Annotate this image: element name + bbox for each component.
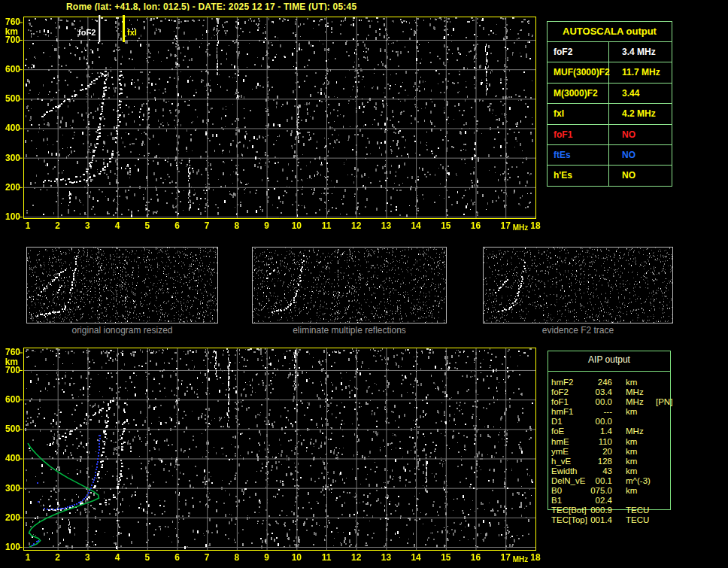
thumbnail-evidence-f2-trace	[483, 247, 673, 323]
table-row: TEC[Bot]000.9TECU	[551, 506, 672, 515]
param-label: DelN_vE	[551, 476, 587, 486]
thumbnail-caption: eliminate multiple reflections	[252, 325, 447, 336]
param-label: D1	[551, 417, 587, 427]
param-value: 00.0	[587, 397, 612, 407]
bottom-ionogram-canvas	[0, 340, 544, 568]
aip-table-header: AIP output	[548, 354, 671, 365]
param-label: foF1	[551, 397, 587, 407]
param-value: 03.4	[587, 387, 612, 397]
param-label: Ewidth	[551, 466, 587, 476]
autoscala-output-screen: Rome (lat: +41.8, lon: 012.5) - DATE: 20…	[0, 0, 728, 568]
param-value: 00.1	[587, 476, 612, 486]
param-value: 110	[587, 437, 612, 447]
param-value: 000.9	[587, 506, 612, 515]
param-value: ---	[587, 407, 612, 417]
param-label: foE	[551, 427, 587, 436]
table-row: ftEs NO	[548, 145, 672, 166]
table-row: hmF1---km	[551, 407, 672, 417]
param-value: 128	[587, 457, 612, 466]
table-row: h'Es NO	[548, 166, 672, 185]
param-unit: TECU	[626, 515, 654, 525]
param-unit: km	[626, 457, 654, 466]
param-label: TEC[Top]	[551, 515, 587, 525]
param-unit	[626, 496, 654, 506]
table-row: hmF2246km	[551, 378, 672, 387]
param-label: M(3000)F2	[548, 84, 609, 103]
table-row: DelN_vE00.1m^(-3)	[551, 476, 672, 486]
param-label: h_vE	[551, 457, 587, 466]
table-row: B102.4	[551, 496, 672, 506]
table-row: M(3000)F2 3.44	[548, 84, 672, 104]
param-unit: km	[626, 407, 654, 417]
table-row: h_vE128km	[551, 457, 672, 466]
param-label: TEC[Bot]	[551, 506, 587, 515]
param-unit: km	[626, 378, 654, 387]
param-label: fxI	[548, 104, 609, 123]
param-label: B0	[551, 486, 587, 496]
table-row: foF100.0MHz[PN]	[551, 397, 672, 407]
param-value: 11.7 MHz	[609, 62, 672, 82]
param-unit: m^(-3)	[626, 476, 654, 486]
param-unit: km	[626, 437, 654, 447]
param-label: foF1	[548, 125, 609, 144]
param-unit: MHz	[626, 427, 654, 436]
param-value: NO	[609, 125, 672, 144]
param-label: hmF2	[551, 378, 587, 387]
thumbnail-caption: original ionogram resized	[26, 325, 218, 336]
param-value: NO	[609, 145, 672, 165]
param-value: 00.0	[587, 417, 612, 427]
param-value: 3.44	[609, 84, 672, 103]
autoscala-table: AUTOSCALA output foF2 3.4 MHz MUF(3000)F…	[547, 21, 672, 187]
table-row: fxI 4.2 MHz	[548, 104, 672, 124]
table-row: TEC[Top]001.4TECU	[551, 515, 672, 525]
param-label: MUF(3000)F2	[548, 62, 609, 82]
table-row: Ewidth43km	[551, 466, 672, 476]
top-ionogram-canvas	[0, 11, 544, 238]
param-label: hmF1	[551, 407, 587, 417]
param-unit	[626, 417, 654, 427]
autoscala-table-header: AUTOSCALA output	[548, 22, 672, 42]
table-row: hmE110km	[551, 437, 672, 447]
aip-header-divider	[548, 371, 671, 372]
aip-table: hmF2246km foF203.4MHz foF100.0MHz[PN] hm…	[551, 378, 672, 525]
param-label: foF2	[551, 387, 587, 397]
table-row: foF203.4MHz	[551, 387, 672, 397]
param-value: 3.4 MHz	[609, 42, 672, 62]
param-value: 1.4	[587, 427, 612, 436]
param-unit: km	[626, 466, 654, 476]
param-unit: MHz	[626, 397, 654, 407]
param-label: hmE	[551, 437, 587, 447]
param-unit: TECU	[626, 506, 654, 515]
param-value: 43	[587, 466, 612, 476]
param-unit: km	[626, 486, 654, 496]
param-label: h'Es	[548, 166, 609, 185]
param-value: NO	[609, 166, 672, 185]
param-value: 075.0	[587, 486, 612, 496]
param-value: 4.2 MHz	[609, 104, 672, 123]
param-label: foF2	[548, 42, 609, 62]
param-unit: MHz	[626, 387, 654, 397]
param-note: [PN]	[656, 397, 672, 407]
param-unit: km	[626, 447, 654, 457]
thumbnail-original-ionogram	[26, 247, 218, 323]
param-value: 001.4	[587, 515, 612, 525]
param-value: 246	[587, 378, 612, 387]
table-row: foE1.4MHz	[551, 427, 672, 436]
table-row: ymE20km	[551, 447, 672, 457]
param-label: ftEs	[548, 145, 609, 165]
param-label: B1	[551, 496, 587, 506]
table-row: foF1 NO	[548, 125, 672, 145]
param-label: ymE	[551, 447, 587, 457]
table-row: D100.0	[551, 417, 672, 427]
table-row: foF2 3.4 MHz	[548, 42, 672, 62]
thumbnail-eliminate-multiple-reflections	[252, 247, 447, 323]
table-row: B0075.0km	[551, 486, 672, 496]
table-row: MUF(3000)F2 11.7 MHz	[548, 62, 672, 83]
param-value: 20	[587, 447, 612, 457]
thumbnail-caption: evidence F2 trace	[483, 325, 673, 336]
param-value: 02.4	[587, 496, 612, 506]
